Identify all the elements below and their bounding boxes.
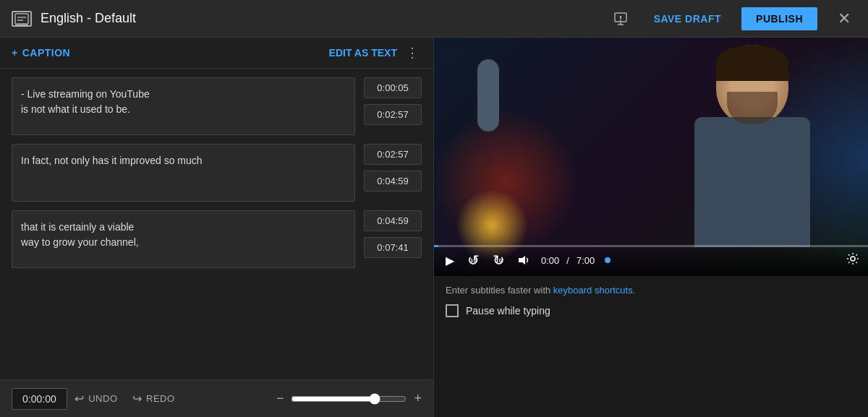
zoom-controls: − + — [276, 391, 422, 406]
subtitle-hint: Enter subtitles faster with keyboard sho… — [434, 276, 868, 301]
subtitles-icon — [12, 11, 32, 27]
more-options-button[interactable]: ⋮ — [403, 45, 422, 61]
plus-icon: + — [12, 47, 18, 59]
settings-button[interactable] — [846, 252, 859, 268]
caption-row: - Live streaming on YouTube is not what … — [12, 77, 422, 135]
undo-icon: ↩ — [75, 392, 85, 405]
svg-point-9 — [851, 257, 855, 261]
caption-text-input[interactable]: In fact, not only has it improved so muc… — [12, 144, 355, 202]
caption-toolbar: + CAPTION EDIT AS TEXT ⋮ — [0, 38, 433, 69]
svg-marker-8 — [519, 256, 525, 265]
svg-rect-0 — [15, 14, 28, 24]
caption-start-time[interactable]: 0:02:57 — [364, 144, 422, 165]
live-dot — [605, 257, 610, 263]
left-panel: + CAPTION EDIT AS TEXT ⋮ - Live streamin… — [0, 38, 434, 417]
caption-end-time[interactable]: 0:04:59 — [364, 171, 422, 192]
undo-label: UNDO — [88, 393, 117, 404]
play-pause-button[interactable]: ▶ — [443, 252, 457, 269]
bottom-bar: 0:00:00 ↩ UNDO ↪ REDO − + — [0, 379, 433, 417]
close-button[interactable]: ✕ — [832, 7, 856, 31]
add-caption-label: CAPTION — [22, 47, 71, 59]
edit-as-text-button[interactable]: EDIT AS TEXT — [329, 47, 397, 59]
caption-times: 0:02:57 0:04:59 — [364, 144, 422, 192]
current-time-display: 0:00:00 — [12, 388, 67, 410]
zoom-in-button[interactable]: + — [414, 391, 422, 406]
volume-button[interactable] — [515, 254, 534, 267]
save-draft-button[interactable]: SAVE DRAFT — [645, 7, 730, 30]
zoom-slider[interactable] — [291, 393, 407, 405]
header-actions: SAVE DRAFT PUBLISH ✕ — [608, 6, 856, 32]
person-silhouette — [658, 45, 846, 262]
redo-icon: ↪ — [132, 392, 142, 405]
play-icon: ▶ — [446, 254, 454, 267]
microphone — [477, 59, 499, 132]
main-content: + CAPTION EDIT AS TEXT ⋮ - Live streamin… — [0, 38, 868, 417]
right-panel: ▶ ↺ 10 ↻ 10 — [434, 38, 868, 417]
caption-times: 0:04:59 0:07:41 — [364, 210, 422, 258]
zoom-out-button[interactable]: − — [276, 391, 284, 406]
caption-start-time[interactable]: 0:00:05 — [364, 77, 422, 98]
caption-times: 0:00:05 0:02:57 — [364, 77, 422, 125]
rewind-button[interactable]: ↺ 10 — [464, 250, 482, 270]
header-left: English - Default — [12, 11, 608, 27]
caption-end-time[interactable]: 0:02:57 — [364, 104, 422, 125]
forward-button[interactable]: ↻ 10 — [490, 250, 508, 270]
caption-start-time[interactable]: 0:04:59 — [364, 210, 422, 231]
pause-checkbox[interactable] — [446, 304, 459, 317]
svg-point-7 — [620, 20, 621, 21]
pause-label: Pause while typing — [466, 305, 550, 317]
caption-row: that it is certainly a viable way to gro… — [12, 210, 422, 268]
alert-icon[interactable] — [608, 6, 634, 32]
caption-end-time[interactable]: 0:07:41 — [364, 237, 422, 258]
header: English - Default SAVE DRAFT PUBLISH ✕ — [0, 0, 868, 38]
keyboard-shortcuts-link[interactable]: keyboard shortcuts. — [553, 285, 635, 296]
video-container: ▶ ↺ 10 ↻ 10 — [434, 38, 868, 276]
video-controls: ▶ ↺ 10 ↻ 10 — [434, 244, 868, 276]
time-separator: / — [566, 255, 569, 266]
video-total-time: 7:00 — [576, 255, 595, 266]
captions-area: - Live streaming on YouTube is not what … — [0, 69, 433, 379]
redo-button[interactable]: ↪ REDO — [125, 387, 182, 410]
add-caption-button[interactable]: + CAPTION — [12, 47, 70, 59]
video-current-time: 0:00 — [541, 255, 559, 266]
page-title: English - Default — [41, 11, 136, 26]
undo-button[interactable]: ↩ UNDO — [67, 387, 125, 410]
caption-text-input[interactable]: - Live streaming on YouTube is not what … — [12, 77, 355, 135]
video-preview: ▶ ↺ 10 ↻ 10 — [434, 38, 868, 276]
publish-button[interactable]: PUBLISH — [741, 7, 817, 30]
pause-while-typing: Pause while typing — [434, 301, 868, 320]
hint-text-before: Enter subtitles faster with — [446, 285, 553, 296]
caption-row: In fact, not only has it improved so muc… — [12, 144, 422, 202]
redo-label: REDO — [146, 393, 175, 404]
caption-text-input[interactable]: that it is certainly a viable way to gro… — [12, 210, 355, 268]
